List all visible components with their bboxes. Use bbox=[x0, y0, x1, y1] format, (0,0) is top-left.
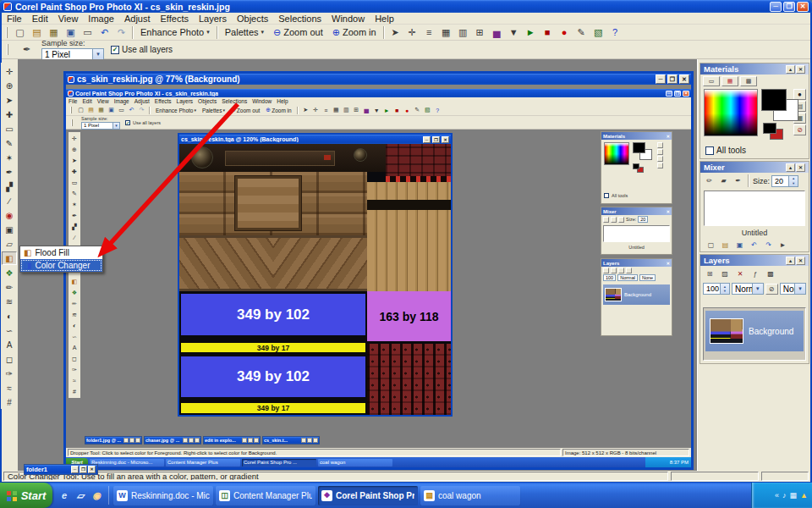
browse-icon[interactable]: ▦ bbox=[46, 25, 62, 40]
warp-brush-tool-icon[interactable]: ≈ bbox=[2, 381, 17, 395]
use-all-layers-checkbox[interactable]: ✓ bbox=[111, 46, 119, 54]
menu-item[interactable]: Selections bbox=[273, 14, 326, 24]
layers-palette-header[interactable]: Layers ▴ ✕ bbox=[700, 255, 809, 266]
save-icon[interactable]: ▣ bbox=[63, 25, 79, 40]
rulers-icon[interactable]: ≡ bbox=[421, 25, 437, 40]
pick-arrow-icon[interactable]: ➤ bbox=[387, 25, 403, 40]
tray-expand-icon[interactable]: « bbox=[775, 491, 779, 500]
palette-close-button[interactable]: ✕ bbox=[796, 257, 805, 265]
picture-tube-tool-icon[interactable]: ❖ bbox=[2, 266, 17, 279]
media-player-icon[interactable]: ◉ bbox=[90, 489, 103, 502]
min-maximize-button[interactable]: ❐ bbox=[80, 466, 87, 473]
enhance-photo-button[interactable]: Enhance Photo▾ bbox=[136, 25, 214, 40]
pick-tool-icon[interactable]: ➤ bbox=[2, 93, 17, 107]
swatches-tab-icon[interactable]: ▩ bbox=[740, 76, 757, 86]
menu-item[interactable]: Adjust bbox=[119, 14, 156, 24]
script-stop-icon[interactable]: ■ bbox=[540, 25, 556, 40]
eraser-tool-icon[interactable]: ▱ bbox=[2, 237, 17, 251]
red-eye-tool-icon[interactable]: ◉ bbox=[2, 208, 17, 222]
guides-icon[interactable]: ▥ bbox=[455, 25, 471, 40]
internet-explorer-icon[interactable]: e bbox=[58, 489, 71, 502]
tray-network-icon[interactable]: ▦ bbox=[790, 491, 798, 500]
mixer-knife-icon[interactable]: ▰ bbox=[717, 175, 730, 186]
magic-wand-tool-icon[interactable]: ✶ bbox=[2, 151, 17, 164]
print-icon[interactable]: ▭ bbox=[80, 25, 96, 40]
delete-layer-icon[interactable]: ✕ bbox=[733, 268, 747, 279]
menu-item[interactable]: Layers bbox=[194, 14, 232, 24]
minimized-folder1-window[interactable]: folder1 ─ ❐ ✕ bbox=[24, 464, 98, 475]
lock-transparency-button[interactable]: ⊘ bbox=[765, 284, 778, 295]
mixer-open-page-icon[interactable]: ▤ bbox=[719, 240, 732, 251]
taskbar-task[interactable]: ▤ coal wagon bbox=[420, 486, 520, 505]
foreground-material-swatch[interactable] bbox=[763, 123, 776, 134]
menu-item[interactable]: Effects bbox=[156, 14, 194, 24]
flood-fill-tool-icon[interactable]: ◧ bbox=[2, 251, 17, 265]
transparent-style-icon[interactable]: ⊘ bbox=[793, 124, 806, 135]
image-canvas[interactable]: Corel Paint Shop Pro Photo XI - cs_skin_… bbox=[66, 85, 691, 467]
menu-item[interactable]: File bbox=[2, 14, 27, 24]
doc-minimize-button[interactable]: ─ bbox=[656, 75, 666, 84]
script-run-icon[interactable]: ► bbox=[523, 25, 539, 40]
materials-palette-header[interactable]: Materials ▴ ✕ bbox=[700, 64, 809, 75]
rainbow-tab-icon[interactable]: ▦ bbox=[721, 76, 738, 86]
all-tools-checkbox[interactable] bbox=[705, 146, 714, 155]
new-layer-icon[interactable]: ⊞ bbox=[703, 268, 716, 279]
menu-item[interactable]: Help bbox=[370, 14, 399, 24]
menu-item[interactable]: Objects bbox=[232, 14, 273, 24]
redo-icon[interactable]: ↷ bbox=[113, 25, 129, 40]
mixer-navigate-icon[interactable]: ► bbox=[776, 240, 789, 251]
zoom-out-button[interactable]: ⊖Zoom out bbox=[269, 25, 327, 40]
mixer-brush-icon[interactable]: ✏ bbox=[703, 175, 716, 186]
paint-brush-tool-icon[interactable]: ✏ bbox=[2, 280, 17, 294]
mesh-warp-tool-icon[interactable]: # bbox=[2, 395, 17, 409]
histogram-icon[interactable]: ▅ bbox=[489, 25, 505, 40]
new-file-icon[interactable]: ▢ bbox=[12, 25, 28, 40]
selection-tool-icon[interactable]: ▭ bbox=[2, 122, 17, 135]
open-file-icon[interactable]: ▤ bbox=[29, 25, 45, 40]
blend-mode-select[interactable]: Normal▾ bbox=[732, 283, 764, 295]
start-button[interactable]: Start bbox=[0, 483, 52, 508]
mixer-canvas[interactable] bbox=[704, 190, 805, 226]
taskbar-task[interactable]: W Reskinning.doc - Microso... bbox=[113, 486, 213, 505]
airbrush-tool-icon[interactable]: ≋ bbox=[2, 295, 17, 308]
flyout-flood-fill[interactable]: ◧ Flood Fill bbox=[20, 246, 102, 259]
mixer-unmix-icon[interactable]: ↶ bbox=[748, 240, 760, 251]
help-icon[interactable]: ? bbox=[607, 25, 623, 40]
pen-tool-icon[interactable]: ✑ bbox=[2, 367, 17, 380]
menu-item[interactable]: Window bbox=[326, 14, 370, 24]
palette-close-button[interactable]: ✕ bbox=[796, 163, 805, 172]
script-edit-icon[interactable]: ✎ bbox=[573, 25, 590, 40]
color-spectrum[interactable] bbox=[704, 89, 758, 136]
undo-icon[interactable]: ↶ bbox=[96, 25, 112, 40]
grid-icon[interactable]: ▦ bbox=[438, 25, 454, 40]
show-desktop-icon[interactable]: ▱ bbox=[74, 489, 87, 502]
layer-opacity-input[interactable]: 100 ▴▾ bbox=[703, 283, 730, 295]
tray-volume-icon[interactable]: ♪ bbox=[782, 491, 787, 500]
smudge-tool-icon[interactable]: ∽ bbox=[2, 323, 17, 337]
pan-tool-icon[interactable]: ✛ bbox=[2, 64, 17, 78]
mixer-save-page-icon[interactable]: ▣ bbox=[733, 240, 746, 251]
mixer-palette-header[interactable]: Mixer ▴ ✕ bbox=[700, 162, 809, 173]
edit-selection-icon[interactable]: ▩ bbox=[764, 268, 777, 279]
flyout-color-changer[interactable]: ◨ Color Changer bbox=[20, 259, 102, 272]
script-record-icon[interactable]: ● bbox=[557, 25, 573, 40]
zoom-tool-icon[interactable]: ⊕ bbox=[2, 79, 17, 92]
background-layer-row[interactable]: Background bbox=[705, 311, 804, 351]
zoom-in-button[interactable]: ⊕Zoom in bbox=[328, 25, 381, 40]
taskbar-task[interactable]: ❖ Corel Paint Shop Pro ... bbox=[318, 486, 418, 505]
doc-restore-button[interactable]: ❐ bbox=[667, 75, 678, 84]
frame-tab-icon[interactable]: ▭ bbox=[703, 76, 720, 86]
preset-shape-tool-icon[interactable]: ◻ bbox=[2, 352, 17, 366]
straighten-tool-icon[interactable]: ∕ bbox=[2, 194, 17, 207]
text-tool-icon[interactable]: A bbox=[2, 338, 17, 351]
dropper-tool-icon[interactable]: ✒ bbox=[2, 165, 17, 179]
min-close-button[interactable]: ✕ bbox=[88, 466, 96, 473]
lighten-darken-tool-icon[interactable]: ◐ bbox=[2, 309, 17, 323]
sample-size-select[interactable]: 1 Pixel▾ bbox=[41, 48, 104, 60]
palettes-button[interactable]: Palettes▾ bbox=[221, 25, 268, 40]
link-set-select[interactable]: None▾ bbox=[780, 283, 806, 295]
tray-shield-icon[interactable]: ▲ bbox=[800, 491, 808, 500]
doc-close-button[interactable]: ✕ bbox=[679, 75, 689, 84]
move-tool-icon[interactable]: ✚ bbox=[2, 108, 17, 121]
snap-to-grid-icon[interactable]: ⊞ bbox=[472, 25, 488, 40]
